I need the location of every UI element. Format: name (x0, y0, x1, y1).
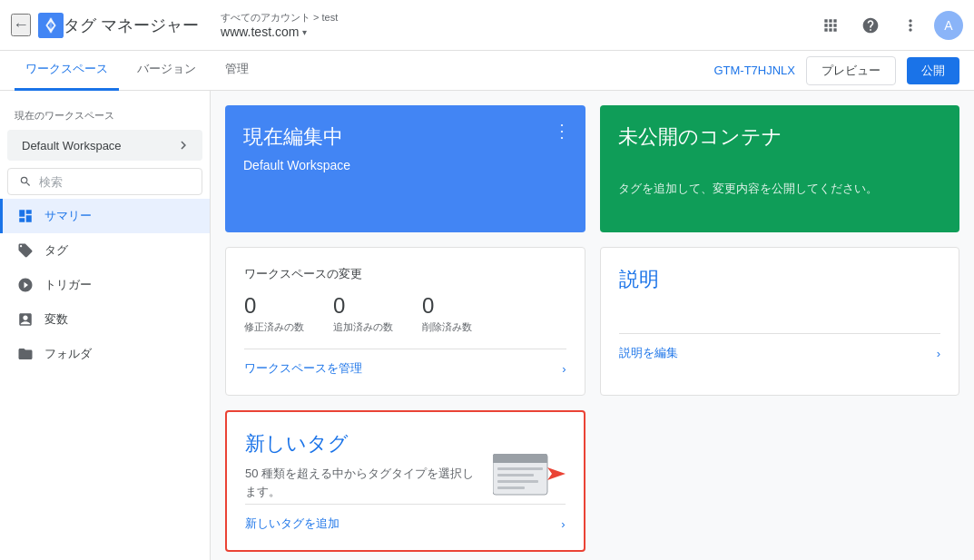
sidebar-item-label-tags: タグ (44, 242, 68, 259)
svg-marker-9 (547, 467, 566, 480)
nav-right: GTM-T7HJNLX プレビュー 公開 (713, 56, 959, 85)
card-new-tag-title: 新しいタグ (245, 430, 484, 457)
workspace-name: Default Workspace (22, 139, 122, 152)
stat-deleted-value: 0 (422, 293, 472, 319)
grid-icon (822, 16, 840, 34)
top-grid: 現在編集中 Default Workspace ⋮ 未公開のコンテナ タグを追加… (225, 105, 959, 232)
header-icons: A (814, 9, 963, 42)
svg-rect-6 (497, 474, 534, 476)
domain-wrapper: すべてのアカウント > test www.test.com ▾ (221, 11, 338, 39)
tag-illustration-svg (493, 454, 566, 508)
summary-icon (17, 208, 34, 224)
svg-rect-1 (50, 17, 53, 33)
card-workspace-changes: ワークスペースの変更 0 修正済みの数 0 追加済みの数 0 削除済み数 (225, 247, 585, 396)
sidebar: 現在のワークスペース Default Workspace サマリー タグ トリガ… (0, 91, 211, 560)
svg-rect-7 (497, 480, 538, 483)
preview-button[interactable]: プレビュー (806, 56, 896, 85)
domain-chevron: ▾ (302, 27, 307, 37)
sidebar-item-label-triggers: トリガー (44, 277, 92, 293)
stat-added: 0 追加済みの数 (333, 293, 393, 334)
domain-text: www.test.com (221, 25, 299, 39)
card-editing: 現在編集中 Default Workspace ⋮ (225, 105, 585, 232)
sidebar-item-summary[interactable]: サマリー (0, 199, 210, 233)
sidebar-item-folders[interactable]: フォルダ (0, 337, 210, 371)
trigger-icon (17, 277, 34, 293)
tab-version[interactable]: バージョン (126, 51, 207, 91)
content-area: 現在編集中 Default Workspace ⋮ 未公開のコンテナ タグを追加… (211, 91, 974, 560)
gtm-id[interactable]: GTM-T7HJNLX (713, 64, 795, 77)
variable-icon (17, 311, 34, 328)
search-icon (19, 174, 32, 189)
app-title: タグ マネージャー (64, 15, 199, 36)
grid-button[interactable] (814, 9, 847, 42)
folder-icon (17, 346, 34, 362)
stats-row: 0 修正済みの数 0 追加済みの数 0 削除済み数 (244, 293, 566, 334)
card-new-tag-description: 50 種類を超える中からタグタイプを選択します。 (245, 465, 484, 500)
publish-button[interactable]: 公開 (907, 57, 959, 84)
more-icon (901, 16, 920, 34)
card-unpublished-description: タグを追加して、変更内容を公開してください。 (618, 180, 942, 198)
card-editing-title: 現在編集中 (243, 123, 567, 151)
workspace-manage-link[interactable]: ワークスペースを管理 › (244, 349, 566, 377)
sidebar-item-triggers[interactable]: トリガー (0, 268, 210, 302)
sidebar-item-tags[interactable]: タグ (0, 233, 210, 268)
help-button[interactable] (854, 9, 887, 42)
sidebar-section-label: 現在のワークスペース (0, 98, 210, 126)
sidebar-item-variables[interactable]: 変数 (0, 302, 210, 337)
svg-rect-8 (497, 486, 525, 489)
tag-illustration (493, 454, 566, 508)
card-editing-menu-button[interactable]: ⋮ (549, 116, 575, 145)
card-description-title: 説明 (619, 266, 941, 293)
description-edit-link[interactable]: 説明を編集 › (619, 333, 941, 361)
more-button[interactable] (894, 9, 927, 42)
header: ← タグ マネージャー すべてのアカウント > test www.test.co… (0, 0, 974, 51)
chevron-right-icon (175, 137, 192, 153)
card-unpublished-title: 未公開のコンテナ (618, 123, 942, 151)
search-box[interactable] (7, 168, 202, 195)
stat-modified-label: 修正済みの数 (244, 320, 304, 334)
domain-selector[interactable]: www.test.com ▾ (221, 25, 338, 39)
stat-deleted-label: 削除済み数 (422, 320, 472, 334)
nav-tabs: ワークスペース バージョン 管理 GTM-T7HJNLX プレビュー 公開 (0, 51, 974, 91)
svg-rect-5 (497, 467, 543, 470)
bottom-grid: ワークスペースの変更 0 修正済みの数 0 追加済みの数 0 削除済み数 (225, 247, 959, 396)
workspace-selector[interactable]: Default Workspace (7, 130, 202, 161)
sidebar-item-label-folders: フォルダ (44, 346, 92, 362)
gtm-logo (38, 13, 64, 38)
tag-icon (17, 242, 34, 259)
card-description: 説明 説明を編集 › (600, 247, 960, 396)
search-input[interactable] (39, 175, 191, 189)
card-new-tag: 新しいタグ 50 種類を超える中からタグタイプを選択します。 (225, 410, 585, 552)
stat-deleted: 0 削除済み数 (422, 293, 472, 334)
svg-rect-4 (493, 460, 547, 463)
tab-workspace[interactable]: ワークスペース (15, 51, 119, 91)
tab-admin[interactable]: 管理 (214, 51, 260, 91)
stat-modified: 0 修正済みの数 (244, 293, 304, 334)
help-icon (861, 16, 880, 34)
sidebar-item-label-summary: サマリー (44, 208, 92, 224)
main-layout: 現在のワークスペース Default Workspace サマリー タグ トリガ… (0, 91, 974, 560)
stat-modified-value: 0 (244, 293, 304, 319)
newtag-grid: 新しいタグ 50 種類を超える中からタグタイプを選択します。 (225, 410, 959, 552)
workspace-changes-title: ワークスペースの変更 (244, 266, 566, 282)
breadcrumb: すべてのアカウント > test (221, 11, 338, 25)
stat-added-label: 追加済みの数 (333, 320, 393, 334)
card-editing-subtitle: Default Workspace (243, 158, 567, 172)
back-button[interactable]: ← (11, 14, 31, 36)
avatar[interactable]: A (934, 11, 963, 40)
stat-added-value: 0 (333, 293, 393, 319)
card-unpublished: 未公開のコンテナ タグを追加して、変更内容を公開してください。 (600, 105, 960, 232)
sidebar-item-label-variables: 変数 (44, 311, 68, 328)
